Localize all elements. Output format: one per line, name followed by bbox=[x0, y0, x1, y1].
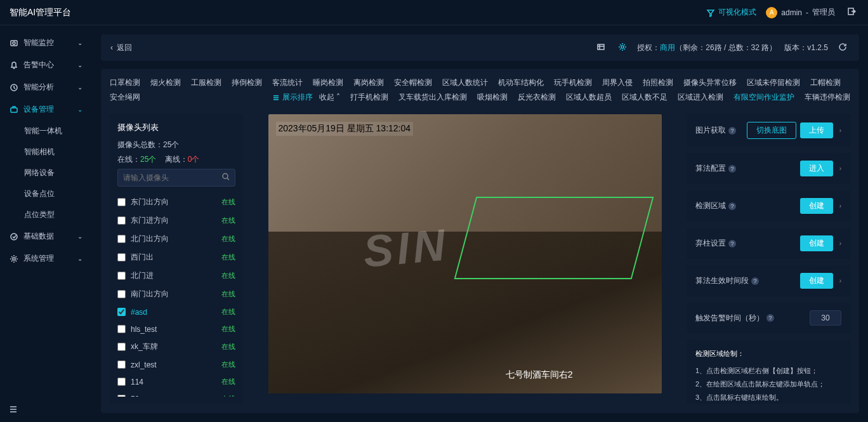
algorithm-tag[interactable]: 客流统计 bbox=[272, 77, 303, 88]
user-info[interactable]: A admin - 管理员 bbox=[766, 7, 835, 18]
back-button[interactable]: ‹ 返回 bbox=[110, 43, 132, 53]
algorithm-tag[interactable]: 机动车结构化 bbox=[498, 77, 544, 88]
camera-item[interactable]: 59在线 bbox=[117, 390, 235, 397]
sidebar-sub-item[interactable]: 智能相机 bbox=[0, 142, 92, 162]
camera-checkbox[interactable] bbox=[117, 216, 126, 225]
enter-button[interactable]: 进入 bbox=[800, 161, 833, 176]
switch-bg-button[interactable]: 切换底图 bbox=[747, 122, 796, 139]
camera-item[interactable]: 东门进方向在线 bbox=[117, 211, 235, 230]
algorithm-tag[interactable]: 区域人数不足 bbox=[622, 92, 667, 103]
algorithm-tag[interactable]: 安全绳网 bbox=[110, 92, 140, 103]
info-icon[interactable]: ? bbox=[728, 240, 736, 247]
algorithm-tag[interactable]: 睡岗检测 bbox=[313, 77, 343, 88]
sidebar-item[interactable]: 告警中心⌄ bbox=[0, 54, 92, 76]
camera-checkbox[interactable] bbox=[117, 290, 126, 298]
auth-info: 授权：商用（剩余：26路 / 总数：32 路） bbox=[637, 43, 777, 53]
info-icon[interactable]: ? bbox=[728, 202, 736, 210]
gear-icon[interactable] bbox=[615, 40, 629, 56]
algorithm-tag[interactable]: 吸烟检测 bbox=[477, 92, 508, 103]
algorithm-tag[interactable]: 车辆违停检测 bbox=[805, 92, 850, 103]
algorithm-tag[interactable]: 烟火检测 bbox=[150, 77, 181, 88]
camera-item[interactable]: #asd在线 bbox=[117, 303, 235, 320]
algorithm-tag[interactable]: 周界入侵 bbox=[602, 77, 633, 88]
algorithm-tag[interactable]: 拍照检测 bbox=[643, 77, 673, 88]
info-icon[interactable]: ? bbox=[766, 314, 774, 322]
camera-checkbox[interactable] bbox=[117, 272, 126, 280]
camera-item[interactable]: 114在线 bbox=[117, 373, 235, 390]
config-algo-time: 算法生效时间段? 创建 › bbox=[687, 265, 850, 296]
algorithm-tag[interactable]: 摄像头异常位移 bbox=[683, 77, 737, 88]
camera-item[interactable]: 北门出方向在线 bbox=[117, 230, 235, 248]
algorithm-tag[interactable]: 口罩检测 bbox=[110, 77, 140, 88]
upload-button[interactable]: 上传 bbox=[800, 122, 833, 138]
algorithm-tag[interactable]: 叉车载货出入库检测 bbox=[398, 92, 467, 103]
camera-item[interactable]: 西门出在线 bbox=[117, 248, 235, 267]
chevron-right-icon[interactable]: › bbox=[839, 202, 841, 209]
chevron-right-icon[interactable]: › bbox=[839, 277, 841, 284]
chevron-right-icon[interactable]: › bbox=[839, 240, 841, 247]
camera-checkbox[interactable] bbox=[117, 395, 126, 397]
sidebar-item[interactable]: 基础数据⌄ bbox=[0, 225, 92, 247]
sort-button[interactable]: 展示排序 bbox=[272, 92, 313, 103]
collapse-button[interactable]: 收起 ˄ bbox=[319, 92, 340, 103]
logout-icon[interactable] bbox=[845, 4, 858, 20]
camera-checkbox[interactable] bbox=[117, 253, 126, 261]
create-fence-button[interactable]: 创建 bbox=[800, 235, 833, 251]
camera-item[interactable]: zxl_test在线 bbox=[117, 356, 235, 373]
camera-item[interactable]: 东门出方向在线 bbox=[117, 193, 235, 211]
algorithm-tag[interactable]: 安全帽检测 bbox=[394, 77, 432, 88]
algorithm-tag[interactable]: 有限空间作业监护 bbox=[733, 92, 794, 103]
algorithm-tag[interactable]: 工服检测 bbox=[191, 77, 221, 88]
chevron-right-icon[interactable]: › bbox=[839, 165, 841, 172]
algorithm-tag[interactable]: 玩手机检测 bbox=[554, 77, 592, 88]
info-icon[interactable]: ? bbox=[728, 127, 736, 135]
algorithm-tag[interactable]: 摔倒检测 bbox=[232, 77, 262, 88]
camera-checkbox[interactable] bbox=[117, 378, 126, 386]
camera-checkbox[interactable] bbox=[117, 308, 126, 316]
camera-list-panel: 摄像头列表 摄像头总数：25个 在线：25个 离线：0个 东门出方向在线东门进方… bbox=[110, 114, 243, 404]
algorithm-tag[interactable]: 打手机检测 bbox=[350, 92, 388, 103]
algorithm-tag[interactable]: 反光衣检测 bbox=[518, 92, 556, 103]
sidebar-collapse-icon[interactable] bbox=[9, 405, 18, 416]
info-icon[interactable]: ? bbox=[751, 277, 759, 285]
algorithm-tag[interactable]: 区域人数统计 bbox=[442, 77, 488, 88]
create-area-button[interactable]: 创建 bbox=[800, 198, 833, 214]
camera-checkbox[interactable] bbox=[117, 360, 126, 369]
camera-item[interactable]: xk_车牌在线 bbox=[117, 338, 235, 356]
sidebar-sub-item[interactable]: 设备点位 bbox=[0, 183, 92, 204]
search-icon[interactable] bbox=[221, 173, 230, 183]
config-image-get: 图片获取? 切换底图 上传 › bbox=[687, 114, 850, 147]
viz-mode-button[interactable]: 可视化模式 bbox=[706, 7, 756, 18]
algorithm-tag[interactable]: 区域人数超员 bbox=[566, 92, 612, 103]
sidebar-sub-item[interactable]: 点位类型 bbox=[0, 204, 92, 225]
camera-item[interactable]: 南门出方向在线 bbox=[117, 285, 235, 303]
algorithm-tag[interactable]: 工帽检测 bbox=[810, 77, 841, 88]
chevron-right-icon[interactable]: › bbox=[839, 127, 841, 134]
sidebar-item[interactable]: 智能分析⌄ bbox=[0, 76, 92, 98]
algorithm-tag[interactable]: 区域进入检测 bbox=[678, 92, 723, 103]
algorithm-tag[interactable]: 区域未停留检测 bbox=[747, 77, 800, 88]
info-icon[interactable]: ? bbox=[728, 165, 736, 173]
video-timestamp: 2023年05月19日 星期五 13:12:04 bbox=[276, 122, 414, 136]
camera-checkbox[interactable] bbox=[117, 343, 126, 351]
sidebar-sub-item[interactable]: 网络设备 bbox=[0, 162, 92, 183]
camera-checkbox[interactable] bbox=[117, 198, 126, 206]
video-frame[interactable]: 2023年05月19日 星期五 13:12:04 七号制酒车间右2 SIN bbox=[268, 114, 662, 393]
svg-rect-7 bbox=[598, 44, 604, 49]
create-time-button[interactable]: 创建 bbox=[800, 273, 833, 289]
sidebar-sub-item[interactable]: 智能一体机 bbox=[0, 121, 92, 142]
algorithm-tag[interactable]: 离岗检测 bbox=[353, 77, 384, 88]
camera-checkbox[interactable] bbox=[117, 325, 126, 333]
list-icon[interactable] bbox=[594, 40, 608, 56]
camera-item[interactable]: 北门进在线 bbox=[117, 267, 235, 285]
alarm-time-input[interactable] bbox=[810, 310, 841, 326]
sidebar-item[interactable]: 智能监控⌄ bbox=[0, 32, 92, 54]
camera-checkbox[interactable] bbox=[117, 235, 126, 243]
camera-item[interactable]: hls_test在线 bbox=[117, 320, 235, 338]
chevron-down-icon: ⌄ bbox=[77, 233, 82, 240]
svg-point-6 bbox=[13, 258, 15, 260]
sidebar-item[interactable]: 系统管理⌄ bbox=[0, 247, 92, 270]
camera-search-input[interactable] bbox=[117, 169, 235, 187]
sidebar-item[interactable]: 设备管理⌄ bbox=[0, 98, 92, 121]
refresh-icon[interactable] bbox=[836, 40, 850, 56]
